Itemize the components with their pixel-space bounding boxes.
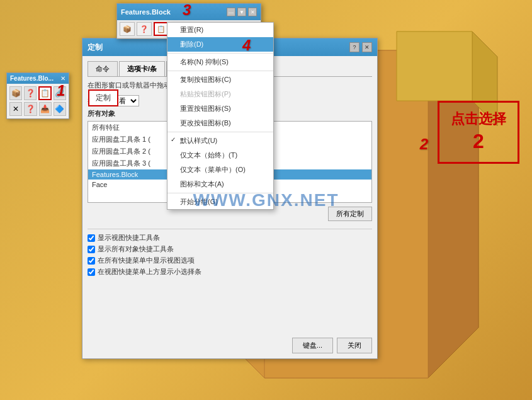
ctx-text-always-label: 仅文本（始终）(T) (180, 151, 237, 159)
click-select-label: 点击选择2 (451, 110, 506, 154)
ctx-reset-icon[interactable]: 重置按钮图标(S) (167, 101, 273, 116)
checkbox-show-view-opts-label: 在所有快捷菜单中显示视图选项 (98, 256, 195, 265)
step-label-2: 2 (420, 135, 428, 153)
checkboxes-area: 显示视图快捷工具条 显示所有对象快捷工具条 在所有快捷菜单中显示视图选项 在视图… (88, 229, 372, 278)
checkbox-show-view-opts[interactable] (88, 257, 95, 265)
fbd-close[interactable]: ✕ (248, 8, 257, 16)
checkbox-row-1: 显示视图快捷工具条 (88, 233, 372, 243)
fb-close-icon[interactable]: ✕ (60, 75, 65, 82)
fb-title: Features.Blo... (10, 75, 54, 82)
ctx-reset-label: 重置(R) (180, 26, 203, 33)
ctx-default-style[interactable]: ✓ 默认样式(U) (167, 134, 273, 148)
tab-command[interactable]: 命令 (88, 61, 118, 76)
fb-row-2: ✕ ❓ 📥 🔷 (9, 102, 66, 116)
fbd-tool-help[interactable]: ❓ (137, 22, 152, 36)
main-dialog-title: 定制 (88, 42, 103, 53)
dialog-controls: ? ✕ (349, 42, 372, 52)
fb-icon-list[interactable]: 📋 (38, 86, 51, 100)
checkbox-all-obj-quick-label: 显示所有对象快捷工具条 (98, 244, 174, 254)
fb-icon-help2[interactable]: ❓ (24, 102, 37, 116)
ctx-paste-icon[interactable]: 粘贴按钮图标(P) (167, 87, 273, 101)
keyboard-button[interactable]: 键盘... (292, 338, 333, 353)
fbd-minimize[interactable]: — (227, 8, 235, 16)
step-label-4: 4 (242, 37, 251, 54)
all-custom-button[interactable]: 所有定制 (328, 207, 372, 221)
click-select-overlay: 点击选择2 (438, 101, 519, 164)
checkbox-row-4: 在视图快捷菜单上方显示小选择条 (88, 267, 372, 277)
customize-button[interactable]: 定制 (88, 89, 118, 106)
ctx-reset[interactable]: 重置(R) (167, 23, 273, 37)
step-label-3: 3 (183, 1, 191, 19)
ctx-icon-text-label: 图标和文本(A) (180, 180, 224, 188)
ctx-sep-1 (167, 53, 273, 54)
checkbox-show-mini-bar[interactable] (88, 268, 95, 276)
checkbox-row-2: 显示所有对象快捷工具条 (88, 244, 372, 254)
step-label-1: 1 (57, 82, 65, 100)
ctx-text-menu-label: 仅文本（菜单中）(O) (180, 166, 246, 173)
ctx-group-label: 开始分组(G) (180, 198, 218, 205)
ctx-start-group[interactable]: 开始分组(G) (167, 195, 273, 209)
checkbox-show-mini-bar-label: 在视图快捷菜单上方显示小选择条 (98, 267, 201, 277)
checkbox-view-quick[interactable] (88, 234, 95, 242)
ctx-name-suppress[interactable]: 名称(N) 抑制(S) (167, 55, 273, 69)
checkbox-view-quick-label: 显示视图快捷工具条 (98, 233, 160, 243)
checkbox-row-3: 在所有快捷菜单中显示视图选项 (88, 256, 372, 265)
ctx-copy-icon[interactable]: 复制按钮图标(C) (167, 72, 273, 87)
dialog-question-btn[interactable]: ? (349, 42, 359, 52)
fbd-title: Features.Block (121, 8, 171, 16)
fbd-tool-box[interactable]: 📦 (120, 22, 135, 36)
ctx-delete[interactable]: 删除(D) (167, 37, 273, 52)
ctx-default-label: 默认样式(U) (180, 137, 217, 144)
ctx-change-icon[interactable]: 更改按钮图标(B) (167, 116, 273, 130)
fbd-controls: — ▼ ✕ (227, 8, 257, 16)
fb-icon-x[interactable]: ✕ (9, 102, 22, 116)
fb-icon-down[interactable]: 📥 (39, 102, 52, 116)
ctx-icon-text[interactable]: 图标和文本(A) (167, 177, 273, 191)
ctx-paste-label: 粘贴按钮图标(P) (180, 90, 231, 98)
fb-icon-diamond[interactable]: 🔷 (54, 102, 66, 116)
fb-icon-help[interactable]: ❓ (24, 86, 37, 100)
dialog-close-btn[interactable]: ✕ (362, 42, 372, 52)
ctx-sep-4 (167, 193, 273, 193)
tab-tabs-bar[interactable]: 选项卡/条 (119, 61, 165, 76)
ctx-sep-2 (167, 71, 273, 71)
svg-marker-6 (397, 31, 472, 101)
ctx-sep-3 (167, 132, 273, 132)
ctx-check-default: ✓ (171, 136, 176, 143)
ctx-reset-icon-label: 重置按钮图标(S) (180, 105, 231, 112)
ctx-text-only-always[interactable]: 仅文本（始终）(T) (167, 148, 273, 163)
ctx-text-only-menu[interactable]: 仅文本（菜单中）(O) (167, 163, 273, 177)
ctx-copy-label: 复制按钮图标(C) (180, 76, 231, 83)
bottom-buttons: 键盘... 关闭 (88, 338, 372, 353)
close-button[interactable]: 关闭 (337, 338, 372, 353)
ctx-change-icon-label: 更改按钮图标(B) (180, 119, 231, 127)
fb-icon-box[interactable]: 📦 (9, 86, 22, 100)
fbd-dropdown[interactable]: ▼ (237, 8, 246, 16)
checkbox-all-obj-quick[interactable] (88, 246, 95, 253)
ctx-name-label: 名称(N) 抑制(S) (180, 58, 229, 66)
ctx-delete-label: 删除(D) (180, 40, 203, 48)
context-menu: 重置(R) 删除(D) 名称(N) 抑制(S) 复制按钮图标(C) 粘贴按钮图标… (167, 22, 274, 210)
